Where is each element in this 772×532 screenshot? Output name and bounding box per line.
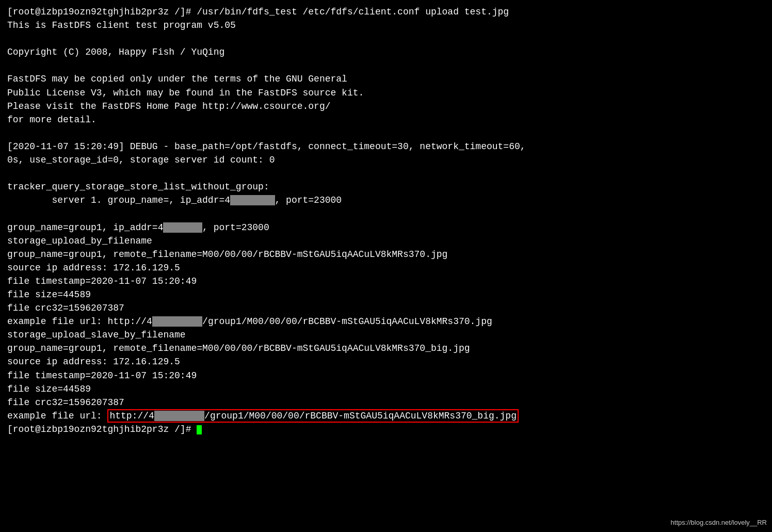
terminal-line: Please visit the FastDFS Home Page http:… bbox=[7, 100, 765, 113]
terminal-line: file timestamp=2020-11-07 15:20:49 bbox=[7, 275, 765, 288]
terminal-line: group_name=group1, ip_addr=47.xxx.x, por… bbox=[7, 221, 765, 234]
watermark: https://blog.csdn.net/lovely__RR bbox=[671, 518, 767, 528]
terminal-line: tracker_query_storage_store_list_without… bbox=[7, 180, 765, 194]
terminal-line: file crc32=1596207387 bbox=[7, 301, 765, 315]
terminal-line: This is FastDFS client test program v5.0… bbox=[7, 19, 765, 32]
terminal-line: for more detail. bbox=[7, 113, 765, 126]
terminal-line: example file url: http://47.xxx.xxx/grou… bbox=[7, 315, 765, 328]
terminal-line bbox=[7, 32, 765, 45]
terminal-line: group_name=group1, remote_filename=M00/0… bbox=[7, 248, 765, 261]
terminal-line bbox=[7, 126, 765, 140]
terminal-line: file size=44589 bbox=[7, 382, 765, 396]
highlight-box: http://47.xxx.xxx/group1/M00/00/00/rBCBB… bbox=[107, 409, 519, 423]
terminal-line bbox=[7, 167, 765, 180]
terminal-line: source ip address: 172.16.129.5 bbox=[7, 355, 765, 368]
terminal-cursor bbox=[197, 425, 202, 434]
terminal-line: [2020-11-07 15:20:49] DEBUG - base_path=… bbox=[7, 140, 765, 153]
terminal-line: file crc32=1596207387 bbox=[7, 396, 765, 409]
terminal-line: storage_upload_slave_by_filename bbox=[7, 328, 765, 342]
terminal: [root@izbp19ozn92tghjhib2pr3z /]# /usr/b… bbox=[0, 0, 772, 532]
terminal-prompt: [root@izbp19ozn92tghjhib2pr3z /]# bbox=[7, 423, 765, 436]
terminal-line: Public License V3, which may be found in… bbox=[7, 86, 765, 100]
terminal-line bbox=[7, 59, 765, 72]
terminal-line: storage_upload_by_filename bbox=[7, 234, 765, 248]
terminal-line: file size=44589 bbox=[7, 288, 765, 301]
redacted-ip2: 7.xxx.x bbox=[163, 222, 202, 233]
terminal-line: group_name=group1, remote_filename=M00/0… bbox=[7, 342, 765, 355]
terminal-line: [root@izbp19ozn92tghjhib2pr3z /]# /usr/b… bbox=[7, 5, 765, 19]
terminal-line-highlighted: example file url: http://47.xxx.xxx/grou… bbox=[7, 409, 765, 423]
terminal-line: 0s, use_storage_id=0, storage server id … bbox=[7, 153, 765, 167]
redacted-url1: 7.xxx.xxx bbox=[152, 316, 202, 327]
terminal-line: Copyright (C) 2008, Happy Fish / YuQing bbox=[7, 45, 765, 59]
redacted-ip: 7.xxx.xx bbox=[230, 195, 275, 205]
terminal-line: source ip address: 172.16.129.5 bbox=[7, 261, 765, 275]
terminal-line: file timestamp=2020-11-07 15:20:49 bbox=[7, 369, 765, 382]
terminal-line bbox=[7, 207, 765, 220]
redacted-url2: 7.xxx.xxx bbox=[154, 411, 204, 421]
terminal-line: FastDFS may be copied only under the ter… bbox=[7, 72, 765, 86]
terminal-line: server 1. group_name=, ip_addr=47.xxx.xx… bbox=[7, 194, 765, 207]
